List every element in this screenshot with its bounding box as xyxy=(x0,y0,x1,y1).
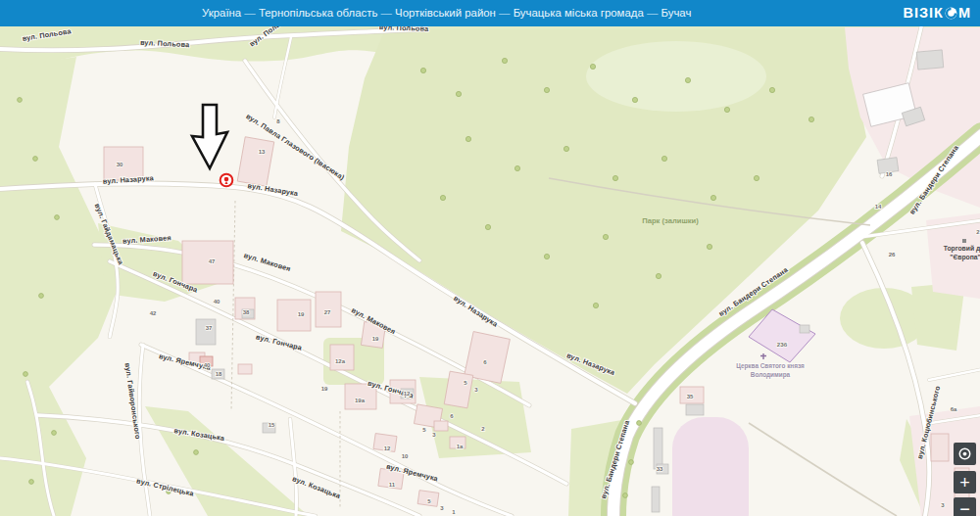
breadcrumb-item[interactable]: Україна xyxy=(202,7,241,19)
breadcrumb-item[interactable]: Тернопільська область xyxy=(259,7,377,19)
logo-text-right: М xyxy=(958,5,971,21)
house-number: 19 xyxy=(372,336,379,342)
shop-poi-icon xyxy=(962,239,966,243)
poi-label: Парк (залишки) xyxy=(642,216,699,225)
house-number: 19 xyxy=(321,386,328,392)
breadcrumb-item[interactable]: Бучач xyxy=(661,7,691,19)
map-canvas[interactable]: вул. Польовавул. Польовавул. Польовавул.… xyxy=(0,26,980,516)
house-number: 23б xyxy=(777,342,788,348)
house-number: 19а xyxy=(355,398,366,403)
breadcrumb-item[interactable]: Чортківський район xyxy=(395,7,496,19)
house-number: 40 xyxy=(204,362,211,368)
house-number: 14 xyxy=(875,204,882,210)
house-number: 10 xyxy=(402,453,409,459)
house-number: 8 xyxy=(276,118,280,124)
breadcrumb-item[interactable]: Бучацька міська громада xyxy=(514,7,644,19)
map-svg: вул. Польовавул. Польовавул. Польовавул.… xyxy=(0,26,980,516)
house-number: 33 xyxy=(657,466,663,472)
visicom-logo[interactable]: ВІЗІКМ xyxy=(903,5,971,21)
house-number: 11 xyxy=(389,482,396,488)
zoom-in-button[interactable]: + xyxy=(954,471,976,493)
locate-icon xyxy=(957,446,972,461)
breadcrumb-separator: — xyxy=(644,7,662,19)
poi-label: Торговий дім xyxy=(944,245,980,253)
breadcrumb: Україна — Тернопільська область — Чорткі… xyxy=(202,0,691,26)
house-number: 12 xyxy=(404,391,411,397)
zoom-out-button[interactable]: − xyxy=(954,497,976,516)
poi-label: Володимира xyxy=(751,371,791,379)
house-number: 6а xyxy=(951,406,957,412)
house-number: 27 xyxy=(324,309,331,315)
house-number: 5 xyxy=(422,427,426,433)
breadcrumb-separator: — xyxy=(241,7,259,19)
house-number: 1 xyxy=(452,509,456,515)
house-number: 18 xyxy=(216,371,222,377)
house-number: 19 xyxy=(298,311,305,317)
stadium-building xyxy=(672,417,749,516)
locate-button[interactable] xyxy=(954,443,976,465)
house-number: 30 xyxy=(117,162,123,167)
house-number: 3 xyxy=(440,505,444,511)
house-number: 38 xyxy=(243,309,250,315)
house-number: 15 xyxy=(269,422,275,428)
logo-text-left: ВІЗІК xyxy=(903,5,943,21)
house-number: 47 xyxy=(209,258,216,264)
church-cross-icon xyxy=(760,353,766,359)
street-label: вул. Гончара xyxy=(255,332,304,352)
house-number: 35 xyxy=(687,394,694,399)
house-number: 16 xyxy=(886,171,893,177)
house-number: 13 xyxy=(259,149,266,155)
house-number: 37 xyxy=(206,325,213,331)
house-number: 12 xyxy=(384,446,391,451)
poi-label: "Європа" xyxy=(950,254,980,261)
poi-label: Церква Святого князя xyxy=(736,362,805,370)
map-marker[interactable] xyxy=(220,174,233,187)
house-number: 1а xyxy=(457,444,464,449)
house-number: 40 xyxy=(214,299,220,305)
house-number: 42 xyxy=(150,310,157,316)
logo-swirl-icon xyxy=(945,7,957,20)
breadcrumb-separator: — xyxy=(377,7,395,19)
house-number: 26 xyxy=(889,252,896,258)
annotation-arrow xyxy=(192,105,227,168)
top-bar: Україна — Тернопільська область — Чорткі… xyxy=(0,0,980,26)
house-number: 2 xyxy=(976,229,980,235)
house-number: 12а xyxy=(335,358,346,364)
breadcrumb-separator: — xyxy=(496,7,514,19)
